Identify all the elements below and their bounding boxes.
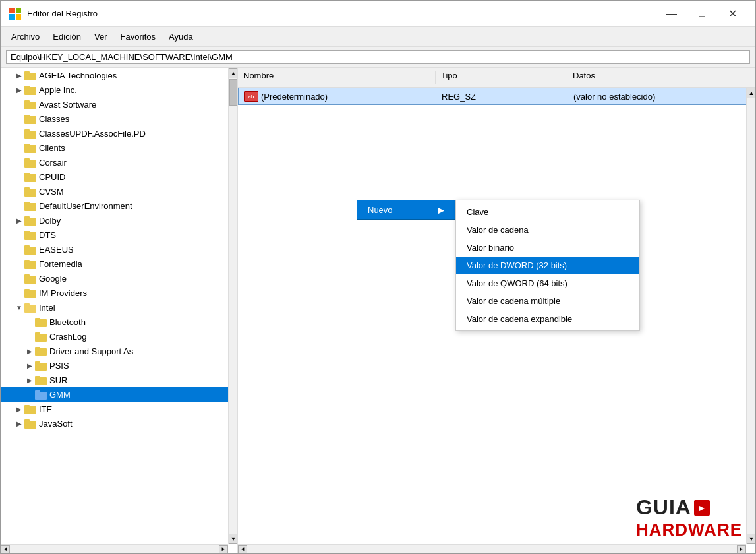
tree-arrow-dts [14, 230, 24, 240]
right-hscroll-left[interactable]: ◄ [238, 545, 247, 553]
tree-item-google[interactable]: Google [1, 271, 237, 286]
svg-rect-11 [24, 144, 30, 146]
right-scroll-track [747, 98, 755, 534]
menu-favoritos[interactable]: Favoritos [115, 30, 161, 43]
tree-item-ageia[interactable]: AGEIA Technologies [1, 68, 237, 82]
cell-type: REG_SZ [436, 92, 568, 102]
tree-item-dolby[interactable]: Dolby [1, 213, 237, 228]
tree-item-fortemedia[interactable]: Fortemedia [1, 257, 237, 271]
tree-item-crashlog[interactable]: CrashLog [1, 329, 237, 344]
col-header-data: Datos [567, 71, 755, 84]
col-header-type: Tipo [436, 71, 567, 84]
svg-rect-21 [24, 216, 30, 219]
tree-arrow-corsair [14, 157, 24, 168]
tree-label-easeus: EASEUS [39, 245, 237, 255]
tree-item-improviders[interactable]: IM Providers [1, 286, 237, 300]
tree-label-classesupdf: ClassesUPDF.AssocFile.PD [39, 129, 237, 138]
tree-arrow-defaultuser [14, 200, 24, 211]
tree-item-driver[interactable]: Driver and Support As [1, 344, 237, 358]
minimize-button[interactable]: — [656, 3, 687, 24]
ctx-valor-binario[interactable]: Valor binario [456, 239, 639, 257]
tree-item-avast[interactable]: Avast Software [1, 97, 237, 111]
tree-item-classes[interactable]: Classes [1, 111, 237, 126]
ctx-clave[interactable]: Clave [456, 203, 639, 221]
tree-item-javasoft[interactable]: JavaSoft [1, 416, 237, 431]
menu-edicion[interactable]: Edición [47, 30, 86, 43]
folder-icon-improviders [24, 288, 36, 298]
watermark-line1: GUIA [636, 495, 691, 520]
tree-item-sur[interactable]: SUR [1, 373, 237, 387]
tree-scroll-down[interactable]: ▼ [229, 534, 238, 544]
tree-item-classesupdf[interactable]: ClassesUPDF.AssocFile.PD [1, 126, 237, 140]
tree-arrow-ageia [14, 70, 24, 80]
tree-hscroll-right[interactable]: ► [219, 545, 228, 553]
folder-icon-dts [24, 230, 36, 240]
tree-hscroll-left[interactable]: ◄ [1, 545, 10, 553]
svg-rect-23 [24, 231, 30, 233]
tree-item-intel[interactable]: Intel [1, 300, 237, 315]
tree-item-cvsm[interactable]: CVSM [1, 184, 237, 199]
tree-item-defaultuser[interactable]: DefaultUserEnvironment [1, 199, 237, 213]
nuevo-button[interactable]: Nuevo ▶ [357, 200, 455, 220]
table-row[interactable]: ab (Predeterminado) REG_SZ (valor no est… [238, 88, 755, 105]
ctx-valor-cadena[interactable]: Valor de cadena [456, 221, 639, 239]
tree-scroll[interactable]: AGEIA Technologies Apple Inc. Av [1, 68, 237, 553]
right-scroll-down[interactable]: ▼ [747, 534, 755, 544]
svg-rect-15 [24, 173, 30, 175]
tree-item-bluetooth[interactable]: Bluetooth [1, 315, 237, 329]
menu-ayuda[interactable]: Ayuda [163, 30, 198, 43]
menu-bar: Archivo Edición Ver Favoritos Ayuda [1, 27, 755, 47]
maximize-button[interactable]: □ [687, 3, 717, 24]
tree-arrow-apple [14, 84, 24, 95]
svg-rect-29 [24, 274, 30, 277]
folder-icon-fortemedia [24, 259, 36, 269]
tree-item-dts[interactable]: DTS [1, 228, 237, 242]
tree-item-psis[interactable]: PSIS [1, 358, 237, 373]
tree-label-dolby: Dolby [39, 216, 237, 226]
folder-icon-psis [35, 360, 47, 371]
folder-icon-easeus [24, 244, 36, 255]
tree-item-ite[interactable]: ITE [1, 402, 237, 416]
tree-hscroll-track [10, 545, 219, 553]
right-hscroll-right[interactable]: ► [737, 545, 746, 553]
window-title: Editor del Registro [27, 9, 656, 18]
tree-item-clients[interactable]: Clients [1, 140, 237, 155]
folder-icon-cpuid [24, 171, 36, 182]
menu-ver[interactable]: Ver [89, 30, 113, 43]
svg-rect-19 [24, 202, 30, 204]
tree-label-improviders: IM Providers [39, 288, 237, 298]
tree-label-ageia: AGEIA Technologies [39, 71, 237, 80]
tree-arrow-gmm [24, 389, 35, 400]
tree-label-fortemedia: Fortemedia [39, 259, 237, 269]
svg-rect-7 [24, 115, 30, 117]
tree-label-classes: Classes [39, 114, 237, 124]
folder-icon-crashlog [35, 331, 47, 342]
right-scroll-up[interactable]: ▲ [747, 88, 755, 98]
ctx-valor-cadena-expandible[interactable]: Valor de cadena expandible [456, 310, 639, 328]
tree-label-psis: PSIS [49, 361, 237, 371]
watermark-line2: HARDWARE [636, 520, 742, 540]
ctx-valor-qword[interactable]: Valor de QWORD (64 bits) [456, 274, 639, 292]
tree-item-easeus[interactable]: EASEUS [1, 242, 237, 257]
folder-icon-cvsm [24, 186, 36, 197]
tree-item-cpuid[interactable]: CPUID [1, 169, 237, 184]
tree-item-apple[interactable]: Apple Inc. [1, 82, 237, 97]
tree-scroll-thumb[interactable] [229, 79, 237, 106]
address-path[interactable]: Equipo\HKEY_LOCAL_MACHINE\SOFTWARE\Intel… [6, 50, 750, 64]
context-menu: Clave Valor de cadena Valor binario Valo… [455, 200, 640, 331]
tree-label-gmm: GMM [49, 390, 237, 400]
tree-arrow-cpuid [14, 171, 24, 182]
menu-archivo[interactable]: Archivo [6, 30, 45, 43]
tree-label-clients: Clients [39, 143, 237, 153]
right-panel: Nombre Tipo Datos ab (Predeterminado) RE… [238, 68, 755, 553]
ctx-valor-cadena-multiple[interactable]: Valor de cadena múltiple [456, 292, 639, 310]
tree-arrow-javasoft [14, 418, 24, 429]
ctx-valor-dword[interactable]: Valor de DWORD (32 bits) [456, 257, 639, 274]
close-button[interactable]: ✕ [717, 3, 747, 24]
tree-item-corsair[interactable]: Corsair [1, 155, 237, 169]
main-content: AGEIA Technologies Apple Inc. Av [1, 68, 755, 553]
tree-item-gmm[interactable]: GMM [1, 387, 237, 402]
svg-rect-35 [35, 318, 40, 321]
folder-icon-intel [24, 302, 36, 313]
tree-scroll-up[interactable]: ▲ [229, 68, 238, 78]
